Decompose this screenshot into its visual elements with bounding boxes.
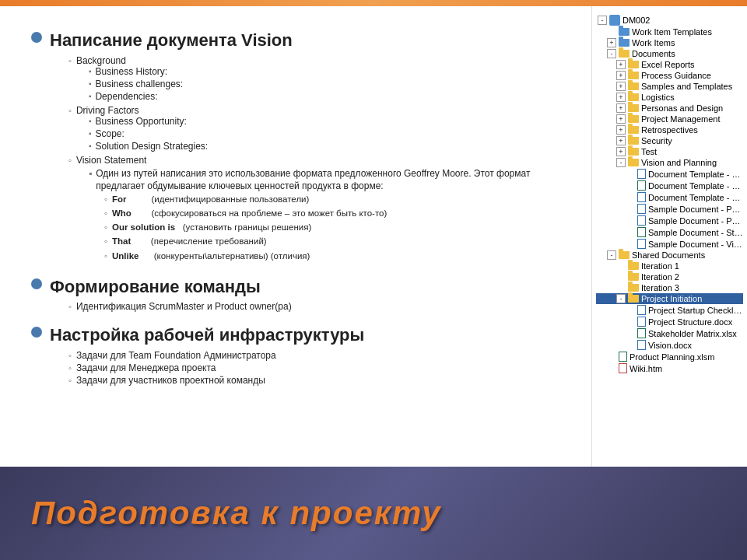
- main-text-2: Формирование команды: [50, 276, 292, 299]
- tree-label-doc2: Document Template - Stakeholder Matrix.x…: [648, 181, 743, 191]
- background-children: ▪ Business History: ▪ Business challenge…: [89, 66, 183, 102]
- folder-icon-test: [628, 148, 639, 156]
- tree-label-security: Security: [641, 136, 672, 145]
- dr-child-3: ▪ Solution Design Strategies:: [89, 141, 208, 152]
- tree-label-doc7: Sample Document - Vision.docx: [648, 240, 743, 249]
- tree-node-projmgmt[interactable]: +Project Management: [596, 114, 743, 124]
- tree-node-wit[interactable]: Work Item Templates: [596, 26, 743, 37]
- tree-node-pfile4[interactable]: Vision.docx: [596, 339, 743, 351]
- tree-label-iter3: Iteration 3: [641, 283, 679, 292]
- folder-icon-projinit: [628, 295, 639, 303]
- tree-label-excel: Excel Reports: [641, 60, 694, 69]
- tree-label-pfile4: Vision.docx: [648, 341, 692, 350]
- tree-node-doc5[interactable]: Sample Document - Project Structure.docx: [596, 215, 743, 226]
- tree-toggle-test[interactable]: +: [616, 147, 626, 156]
- tree-label-iter1: Iteration 1: [641, 261, 679, 271]
- folder-icon-visionplan: [628, 159, 639, 166]
- folder-icon-wit: [619, 28, 630, 36]
- folder-icon-proc: [628, 72, 639, 79]
- tree-label-pfile2: Project Structure.docx: [648, 317, 732, 327]
- tree-node-iter1[interactable]: Iteration 1: [596, 261, 743, 271]
- infra-sub-3: ◦ Задачи для участников проектной команд…: [68, 375, 364, 386]
- tree-node-doc3[interactable]: Document Template - Vision.dotx: [596, 191, 743, 203]
- right-panel: -DM002Work Item Templates+Work Items-Doc…: [591, 6, 747, 467]
- tree-node-iter3[interactable]: Iteration 3: [596, 282, 743, 293]
- driving-children: ▪ Business Opportunity: ▪ Scope: ▪: [89, 116, 208, 152]
- tree-node-prodplan[interactable]: Product Planning.xlsm: [596, 351, 743, 362]
- tree-node-doc2[interactable]: Document Template - Stakeholder Matrix.x…: [596, 180, 743, 191]
- sub-list-3: ◦ Задачи для Team Foundation Администрат…: [68, 350, 364, 386]
- tree-node-iter2[interactable]: Iteration 2: [596, 271, 743, 282]
- tree-label-pfile1: Project Startup Checklist.docx: [648, 306, 743, 315]
- folder-icon-retro: [628, 126, 639, 134]
- tree-node-samples[interactable]: +Samples and Templates: [596, 81, 743, 92]
- tree-toggle-shareddocs[interactable]: -: [607, 250, 616, 260]
- tree-node-doc7[interactable]: Sample Document - Vision.docx: [596, 238, 743, 250]
- tree-label-docs: Documents: [632, 49, 675, 58]
- tree-node-logistics[interactable]: +Logistics: [596, 92, 743, 103]
- folder-icon-excel: [628, 61, 639, 68]
- tree-node-wi[interactable]: +Work Items: [596, 37, 743, 48]
- tree-node-doc1[interactable]: Document Template - Project Structure.do…: [596, 168, 743, 180]
- team-sub-1: ◦ Идентификация ScrumMaster и Product ow…: [68, 301, 292, 312]
- tree-node-pfile3[interactable]: Stakeholder Matrix.xlsx: [596, 327, 743, 339]
- tree-toggle-projinit[interactable]: -: [616, 294, 626, 303]
- sub-list-2: ◦ Идентификация ScrumMaster и Product ow…: [68, 301, 292, 312]
- tree-node-dm002[interactable]: -DM002: [596, 14, 743, 26]
- tree-label-doc3: Document Template - Vision.dotx: [648, 193, 743, 202]
- tree-node-shareddocs[interactable]: -Shared Documents: [596, 250, 743, 261]
- vision-note: ▪ Один из путей написания это использова…: [89, 167, 576, 262]
- tree-node-proc[interactable]: +Process Guidance: [596, 70, 743, 81]
- tree-node-security[interactable]: +Security: [596, 135, 743, 146]
- deep-5: ◦ Unlike (конкуренты\альтернативы) (отли…: [104, 250, 576, 262]
- top-bar: [0, 0, 747, 6]
- folder-icon-security: [628, 137, 639, 145]
- doc-icon-pfile4: [637, 340, 646, 350]
- tree-node-excel[interactable]: +Excel Reports: [596, 59, 743, 70]
- tree-node-doc4[interactable]: Sample Document - Project Startup Checkl…: [596, 203, 743, 215]
- tree-toggle-proc[interactable]: +: [616, 71, 626, 80]
- deep-1: ◦ For (идентифицированные пользователи): [104, 193, 576, 205]
- tree-label-doc1: Document Template - Project Structure.do…: [648, 170, 743, 179]
- driving-label: Driving Factors: [76, 105, 139, 116]
- tree-toggle-projmgmt[interactable]: +: [616, 114, 626, 124]
- tree-node-retro[interactable]: +Retrospectives: [596, 124, 743, 135]
- tree-node-wiki[interactable]: Wiki.htm: [596, 362, 743, 374]
- tree-toggle-docs[interactable]: -: [607, 49, 616, 58]
- left-panel: Написание документа Vision ◦ Background …: [0, 6, 591, 467]
- vision-label: Vision Statement: [76, 155, 147, 166]
- tree-toggle-samples[interactable]: +: [616, 82, 626, 91]
- tree-node-visionplan[interactable]: -Vision and Planning: [596, 157, 743, 168]
- tree-node-doc6[interactable]: Sample Document - Stakeholder Matrix.xls…: [596, 226, 743, 238]
- tree-label-visionplan: Vision and Planning: [641, 158, 717, 167]
- main-bullet-1: Написание документа Vision ◦ Background …: [31, 30, 576, 265]
- tree-label-proc: Process Guidance: [641, 71, 711, 80]
- tree-label-wit: Work Item Templates: [632, 27, 712, 37]
- bottom-title-area: Подготовка к проекту: [0, 467, 747, 560]
- folder-icon-logistics: [628, 93, 639, 101]
- infra-sub-2: ◦ Задачи для Менеджера проекта: [68, 362, 364, 373]
- tree-toggle-personas[interactable]: +: [616, 103, 626, 113]
- tree-node-pfile2[interactable]: Project Structure.docx: [596, 316, 743, 327]
- sub-item-driving: ◦ Driving Factors ▪ Business Opportunity…: [68, 105, 576, 153]
- tree-toggle-dm002[interactable]: -: [598, 16, 607, 25]
- bg-child-2: ▪ Business challenges:: [89, 79, 183, 89]
- tree-toggle-visionplan[interactable]: -: [616, 158, 626, 167]
- tree-label-pfile3: Stakeholder Matrix.xlsx: [648, 329, 737, 338]
- tree-node-test[interactable]: +Test: [596, 146, 743, 157]
- tree-toggle-wi[interactable]: +: [607, 38, 616, 47]
- tree-toggle-excel[interactable]: +: [616, 60, 626, 69]
- tree-label-wiki: Wiki.htm: [630, 364, 662, 373]
- tree-toggle-security[interactable]: +: [616, 136, 626, 145]
- tree-node-projinit[interactable]: -Project Initiation: [596, 293, 743, 304]
- tree-node-docs[interactable]: -Documents: [596, 48, 743, 59]
- tree-label-samples: Samples and Templates: [641, 82, 732, 91]
- tree-node-pfile1[interactable]: Project Startup Checklist.docx: [596, 304, 743, 316]
- doc-icon-doc4: [637, 204, 646, 214]
- tree-toggle-logistics[interactable]: +: [616, 93, 626, 102]
- bullet-dot-2: [31, 278, 42, 289]
- bullet-dot-1: [31, 32, 42, 43]
- tree-label-retro: Retrospectives: [641, 125, 698, 135]
- tree-node-personas[interactable]: +Personas and Design: [596, 103, 743, 114]
- tree-toggle-retro[interactable]: +: [616, 125, 626, 135]
